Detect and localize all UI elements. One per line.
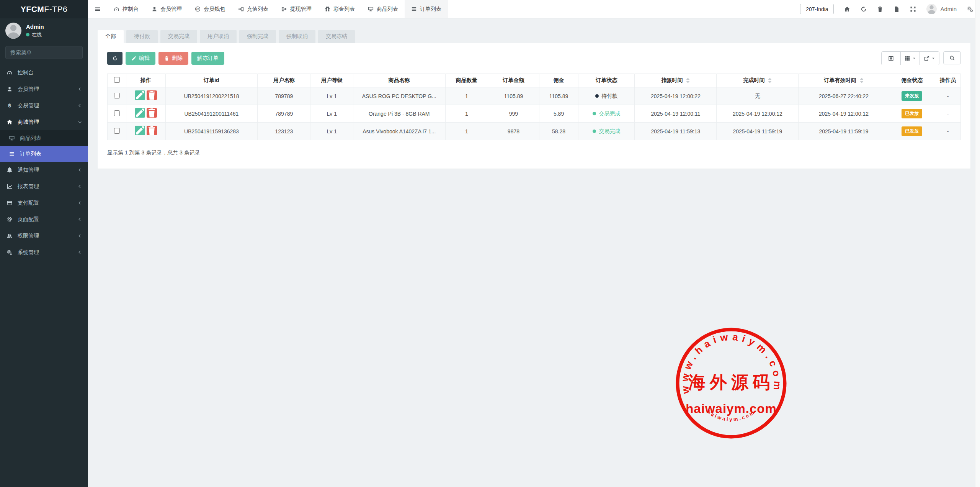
nav-item-wallet[interactable]: cc会员钱包 [188,0,232,18]
clear-cache-icon[interactable] [893,6,900,12]
tab-5[interactable]: 强制取消 [279,30,315,43]
sidebar-item-report[interactable]: 报表管理 [0,178,88,195]
nav-item-recharge[interactable]: 充值列表 [232,0,275,18]
nav-item-withdraw[interactable]: 提现管理 [275,0,318,18]
cell-user-level: Lv 1 [310,87,353,105]
cell-assign-time: 2025-04-19 11:59:13 [635,123,717,140]
tab-4[interactable]: 强制完成 [239,30,276,43]
tab-1[interactable]: 待付款 [126,30,158,43]
sort-icon[interactable] [768,78,772,83]
cell-order-amount: 9878 [488,123,539,140]
unfreeze-order-button[interactable]: 解冻订单 [191,52,224,65]
trash-icon[interactable] [877,6,883,12]
tab-3[interactable]: 用户取消 [200,30,237,43]
svg-text:B: B [8,103,11,108]
row-edit-button[interactable] [135,108,145,118]
nav-item-members[interactable]: 会员管理 [145,0,188,18]
sidebar-item-system[interactable]: 系统管理 [0,244,88,261]
logo-rest: F-TP6 [44,5,67,14]
column-header: 商品名称 [353,74,445,87]
column-header: 操作 [126,74,166,87]
row-edit-button[interactable] [135,126,145,135]
sort-up-arrow [860,78,864,80]
column-header: 佣金状态 [889,74,935,87]
row-delete-button[interactable] [147,90,157,100]
table-row: UB2504191159136283123123Lv 1Asus Vivoboo… [108,123,961,140]
status-label: 交易完成 [599,128,620,135]
home-icon[interactable] [844,6,850,12]
cell-assign-time: 2025-04-19 12:00:22 [635,87,717,105]
sidebar-search [5,46,83,59]
watermark-stamp: www.haiwaiym.com 海外源码 haiwaiym.com haiwa… [674,326,789,441]
trash-icon [164,56,169,61]
edit-button[interactable]: 编辑 [126,52,155,65]
sidebar-item-payment-config[interactable]: 支付配置 [0,195,88,211]
stamp-center-en: haiwaiym.com [686,402,777,416]
sidebar-item-permission[interactable]: 权限管理 [0,228,88,244]
row-checkbox[interactable] [114,128,120,134]
refresh-icon[interactable] [861,6,867,12]
detail-view-button[interactable] [882,52,901,65]
select-all-checkbox[interactable] [114,77,120,83]
order-panel: 编辑 删除 解冻订单 操作订单id用户名称用户等级商品名称商品数量订单金额佣金订… [98,43,970,169]
nav-item-dashboard[interactable]: 控制台 [107,0,145,18]
cell-commission-status: 已发放 [889,105,935,123]
page-scrollbar[interactable] [975,0,980,487]
sidebar-item-trade[interactable]: B交易管理 [0,97,88,114]
sidebar-item-page-config[interactable]: 页面配置 [0,211,88,228]
sort-up-arrow [768,78,772,80]
sort-icon[interactable] [686,78,690,83]
stamp-center-cn: 海外源码 [688,373,774,392]
settings-gears-icon[interactable] [967,6,973,12]
column-header-label: 订单状态 [596,77,617,83]
cell-quantity: 1 [445,105,488,123]
menu-search-input[interactable] [6,46,83,59]
column-header: 订单有效时间 [799,74,889,87]
status-label: 交易完成 [599,110,620,117]
row-checkbox[interactable] [114,110,120,116]
tab-6[interactable]: 交易冻结 [318,30,355,43]
sidebar-item-dashboard[interactable]: 控制台 [0,64,88,81]
sidebar-item-mall[interactable]: 商城管理 [0,114,88,130]
status-dot [595,94,599,98]
sidebar-item-notice[interactable]: 通知管理 [0,162,88,178]
sort-up-arrow [686,78,690,80]
site-select[interactable]: 207-India [800,4,834,14]
cell-user-level: Lv 1 [310,105,353,123]
topnav-tabs: 控制台会员管理cc会员钱包充值列表提现管理彩金列表商品列表订单列表 [107,0,448,18]
nav-item-label: 充值列表 [247,6,268,13]
column-header-label: 操作员 [940,77,956,83]
admin-avatar [926,4,937,14]
row-delete-button[interactable] [147,126,157,135]
cell-order-id: UB2504191159136283 [165,123,258,140]
chevron-left-icon [78,201,82,205]
delete-button[interactable]: 删除 [158,52,188,65]
fullscreen-icon[interactable] [910,6,916,12]
sort-down-arrow [860,81,864,83]
refresh-button[interactable] [107,52,122,65]
nav-item-bonus[interactable]: 彩金列表 [318,0,361,18]
tab-2[interactable]: 交易完成 [160,30,197,43]
row-edit-button[interactable] [135,90,145,100]
chevron-left-icon [78,217,82,221]
table-search-button[interactable] [943,51,961,64]
sidebar-item-order-list[interactable]: 订单列表 [0,146,88,162]
table-tools [881,51,961,65]
admin-menu[interactable]: Admin [926,4,957,14]
columns-button[interactable] [901,52,920,65]
sidebar-toggle-button[interactable] [88,0,107,18]
status-dot [593,112,596,115]
sidebar-item-members[interactable]: 会员管理 [0,81,88,97]
export-button[interactable] [920,52,939,65]
tab-0[interactable]: 全部 [98,30,124,43]
pencil-icon [131,56,136,61]
row-checkbox[interactable] [114,93,120,98]
sidebar-item-product-list[interactable]: 商品列表 [0,130,88,146]
user-name: Admin [26,23,44,30]
search-icon [949,55,955,61]
sort-icon[interactable] [860,78,864,83]
nav-item-orders[interactable]: 订单列表 [405,0,448,18]
nav-item-products[interactable]: 商品列表 [361,0,405,18]
row-delete-button[interactable] [147,108,157,118]
cell-order-amount: 999 [488,105,539,123]
